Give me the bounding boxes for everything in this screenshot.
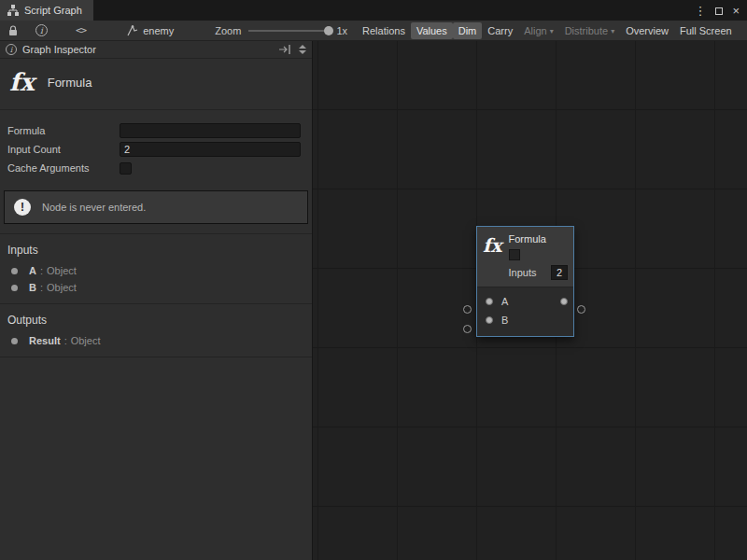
node-inputs-row: Inputs 2	[509, 265, 568, 280]
port-bullet-icon	[11, 338, 18, 344]
graph-canvas[interactable]: fx Formula Inputs 2 A	[313, 41, 747, 560]
port-bullet-icon	[11, 268, 18, 274]
align-button[interactable]: Align▾	[518, 22, 558, 39]
output-port-result-icon[interactable]	[560, 298, 568, 305]
zoom-label: Zoom	[215, 25, 241, 36]
list-item: A : Object	[0, 262, 312, 279]
arrow-down-icon	[299, 50, 306, 54]
cache-arguments-row: Cache Arguments	[7, 159, 301, 177]
window-controls: ⋮ ×	[694, 0, 747, 21]
chevron-down-icon: ▾	[611, 27, 614, 35]
list-item: Result : Object	[0, 332, 312, 349]
info-icon[interactable]: i	[35, 24, 48, 36]
node-formula-checkbox[interactable]	[509, 249, 520, 260]
formula-node[interactable]: fx Formula Inputs 2 A	[476, 226, 574, 337]
carry-button[interactable]: Carry	[482, 22, 518, 39]
script-graph-icon	[7, 5, 19, 16]
inputs-section: Inputs A : Object B : Object	[0, 233, 312, 303]
graph-target[interactable]: enemy	[127, 25, 174, 36]
node-inputs-label: Inputs	[509, 267, 537, 278]
list-item: B : Object	[0, 279, 312, 296]
inputs-section-title: Inputs	[0, 240, 312, 262]
formula-node-body: A B	[477, 287, 573, 336]
formula-field-label: Formula	[7, 125, 120, 136]
unit-title: Formula	[48, 76, 92, 90]
menu-icon[interactable]: ⋮	[694, 5, 706, 17]
zoom-slider-handle[interactable]	[324, 26, 333, 35]
close-icon[interactable]: ×	[732, 5, 740, 17]
graph-toolbar: i <> enemy Zoom 1x Relations Values Dim …	[0, 21, 747, 41]
fullscreen-button[interactable]: Full Screen	[674, 22, 738, 39]
cache-arguments-checkbox[interactable]	[120, 162, 132, 175]
warning-icon: !	[14, 199, 31, 216]
tab-bar: Script Graph ⋮ ×	[0, 0, 747, 21]
formula-input[interactable]	[120, 123, 301, 138]
zoom-value: 1x	[336, 25, 347, 36]
input-count-input[interactable]	[120, 142, 301, 157]
restore-icon[interactable]	[715, 5, 723, 17]
external-port-a-icon[interactable]	[463, 305, 472, 314]
tab-label: Script Graph	[24, 5, 82, 16]
dock-icon[interactable]	[279, 45, 291, 54]
port-row-a: A	[477, 292, 573, 311]
relations-button[interactable]: Relations	[357, 22, 411, 39]
zoom-slider[interactable]	[248, 30, 329, 32]
external-port-result-icon[interactable]	[577, 305, 585, 314]
outputs-section-title: Outputs	[0, 310, 312, 332]
inspector-header: i Graph Inspector	[0, 41, 312, 59]
inspector-fields: Formula Input Count Cache Arguments	[0, 110, 312, 183]
overview-button[interactable]: Overview	[620, 22, 674, 39]
input-port-b-icon[interactable]	[486, 316, 493, 324]
port-label-a: A	[501, 296, 508, 307]
outputs-section: Outputs Result : Object	[0, 303, 312, 357]
tab-script-graph[interactable]: Script Graph	[0, 0, 93, 21]
port-bullet-icon	[11, 285, 18, 291]
port-label-b: B	[501, 315, 508, 326]
fx-icon: fx	[483, 233, 502, 280]
unit-header: fx Formula	[0, 59, 312, 110]
input-port-a-icon[interactable]	[486, 298, 493, 305]
graph-owner-icon	[127, 25, 138, 36]
unity-script-graph-window: Script Graph ⋮ × i <> enemy Zoom	[0, 0, 747, 560]
graph-target-label: enemy	[143, 25, 174, 36]
graph-inspector-panel: i Graph Inspector fx Formula Formula	[0, 41, 313, 560]
arrow-up-icon	[299, 45, 306, 49]
node-title: Formula	[509, 233, 568, 245]
input-count-field-row: Input Count	[7, 140, 301, 159]
fx-icon: fx	[9, 70, 35, 94]
chevron-down-icon: ▾	[550, 27, 554, 35]
cache-arguments-label: Cache Arguments	[7, 162, 120, 174]
inspector-title: Graph Inspector	[22, 44, 96, 55]
section-divider	[0, 357, 312, 357]
external-port-b-icon[interactable]	[463, 325, 472, 333]
warning-box: ! Node is never entered.	[4, 190, 308, 224]
formula-field-row: Formula	[7, 121, 301, 140]
values-button[interactable]: Values	[411, 22, 453, 39]
input-count-label: Input Count	[7, 144, 120, 155]
distribute-button[interactable]: Distribute▾	[559, 22, 620, 39]
formula-node-header[interactable]: fx Formula Inputs 2	[477, 227, 573, 287]
info-icon: i	[6, 44, 17, 55]
warning-text: Node is never entered.	[42, 202, 146, 213]
dim-button[interactable]: Dim	[453, 22, 483, 39]
port-row-b: B	[477, 311, 573, 329]
pane-scroll-arrows[interactable]	[299, 45, 308, 54]
node-input-count-field[interactable]: 2	[551, 265, 568, 280]
code-icon[interactable]: <>	[76, 24, 86, 36]
lock-icon[interactable]	[4, 22, 22, 39]
